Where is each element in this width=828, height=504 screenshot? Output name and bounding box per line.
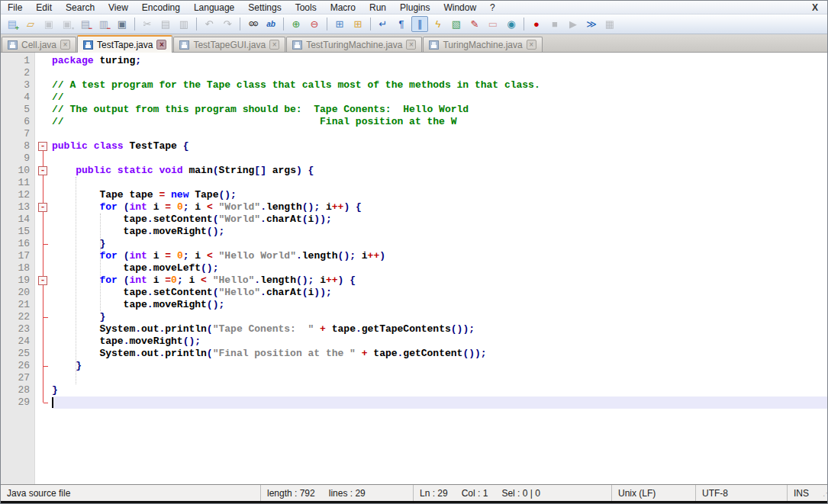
code-text[interactable]: for (int i =0; i < "Hello".length(); i++… (52, 274, 827, 287)
code-text[interactable]: } (52, 360, 827, 372)
code-line[interactable]: 29 (1, 396, 827, 409)
code-line[interactable]: 10- public static void main(String[] arg… (1, 165, 827, 177)
code-text[interactable]: Tape tape = new Tape(); (52, 189, 827, 201)
code-line[interactable]: 4// (1, 91, 827, 104)
code-text[interactable] (52, 396, 827, 409)
menu-view[interactable]: View (101, 2, 135, 14)
redo-button[interactable]: ↷ (219, 16, 236, 32)
code-text[interactable]: for (int i = 0; i < "Hello World".length… (52, 250, 827, 262)
close-button[interactable]: ▤− (77, 16, 94, 32)
code-line[interactable]: 20 tape.setContent("Hello".charAt(i)); (1, 287, 827, 299)
replace-button[interactable]: ab (263, 16, 279, 32)
save-macro-button[interactable]: ▦ (601, 16, 618, 32)
menu-help[interactable]: ? (483, 2, 502, 14)
status-encoding[interactable]: UTF-8 (695, 485, 787, 501)
print-button[interactable]: ▣ (114, 16, 130, 32)
code-line[interactable]: 21 tape.moveRight(); (1, 299, 827, 311)
record-macro-button[interactable]: ● (528, 16, 545, 32)
fold-collapse-icon[interactable]: - (38, 142, 47, 151)
code-line[interactable]: 19- for (int i =0; i < "Hello".length();… (1, 274, 827, 287)
code-text[interactable] (52, 177, 827, 189)
document-map-button[interactable]: ▧ (448, 16, 465, 32)
tab-close-icon[interactable]: × (527, 40, 536, 50)
window-close-button[interactable]: X (803, 2, 827, 13)
code-text[interactable] (52, 128, 827, 140)
status-insert-mode[interactable]: INS ⋰ (787, 485, 827, 501)
code-line[interactable]: 18 tape.moveLeft(); (1, 262, 827, 274)
zoom-out-button[interactable]: ⊖ (306, 16, 323, 32)
code-line[interactable]: 24 tape.moveRight(); (1, 335, 827, 348)
code-line[interactable]: 9 (1, 152, 827, 165)
code-line[interactable]: 14 tape.setContent("World".charAt(i)); (1, 213, 827, 226)
code-line[interactable]: 7 (1, 128, 827, 140)
code-text[interactable]: // (52, 91, 827, 104)
menu-macro[interactable]: Macro (324, 2, 362, 14)
code-text[interactable]: tape.moveLeft(); (52, 262, 827, 274)
code-line[interactable]: 8-public class TestTape { (1, 140, 827, 152)
code-text[interactable]: // The output from this program should b… (52, 104, 827, 116)
code-text[interactable] (52, 67, 827, 79)
resize-grip[interactable]: ⋰ (823, 488, 827, 498)
menu-edit[interactable]: Edit (29, 2, 59, 14)
tab-close-icon[interactable]: × (156, 40, 166, 50)
code-text[interactable]: // A test program for the Tape class tha… (52, 79, 827, 91)
tab-TestTuringMachine.java[interactable]: TestTuringMachine.java× (286, 37, 422, 52)
code-line[interactable]: 13- for (int i = 0; i < "World".length()… (1, 201, 827, 213)
code-editor[interactable]: 1package turing;23// A test program for … (1, 53, 827, 484)
code-text[interactable]: } (52, 311, 827, 323)
code-line[interactable]: 6// Final position at the W (1, 116, 827, 128)
word-wrap-button[interactable]: ↵ (375, 16, 391, 32)
fold-collapse-icon[interactable]: - (38, 166, 47, 175)
code-text[interactable]: package turing; (52, 55, 827, 67)
code-text[interactable] (52, 372, 827, 384)
stop-macro-button[interactable]: ■ (546, 16, 563, 32)
code-line[interactable]: 26 } (1, 360, 827, 372)
menu-language[interactable]: Language (187, 2, 241, 14)
code-text[interactable]: } (52, 384, 827, 396)
tab-TestTapeGUI.java[interactable]: TestTapeGUI.java× (173, 37, 285, 52)
menu-run[interactable]: Run (362, 2, 393, 14)
fold-collapse-icon[interactable]: - (38, 276, 47, 285)
code-line[interactable]: 28} (1, 384, 827, 396)
menu-encoding[interactable]: Encoding (135, 2, 187, 14)
undo-button[interactable]: ↶ (201, 16, 217, 32)
sync-vertical-scroll-button[interactable]: ⊞ (331, 16, 348, 32)
code-text[interactable]: tape.moveRight(); (52, 335, 827, 348)
open-folder-button[interactable]: ▱ (22, 16, 39, 32)
monitoring-button[interactable]: ◉ (503, 16, 520, 32)
function-list-button[interactable]: ✎ (466, 16, 483, 32)
code-line[interactable]: 22 } (1, 311, 827, 323)
save-all-button[interactable]: ▣▪ (59, 16, 76, 32)
copy-button[interactable]: ▤ (157, 16, 174, 32)
tab-TuringMachine.java[interactable]: TuringMachine.java× (423, 37, 542, 52)
code-text[interactable]: public class TestTape { (52, 140, 827, 152)
menu-search[interactable]: Search (59, 2, 101, 14)
code-text[interactable]: } (52, 238, 827, 250)
tab-close-icon[interactable]: × (406, 40, 416, 50)
play-macro-button[interactable]: ▶ (565, 16, 582, 32)
status-eol-format[interactable]: Unix (LF) (611, 485, 695, 501)
folder-as-workspace-button[interactable]: ▭ (485, 16, 501, 32)
tab-close-icon[interactable]: × (60, 40, 70, 50)
run-macro-multiple-button[interactable]: ≫ (583, 16, 600, 32)
code-line[interactable]: 15 tape.moveRight(); (1, 226, 827, 238)
menu-file[interactable]: File (1, 2, 29, 14)
menu-tools[interactable]: Tools (288, 2, 324, 14)
code-line[interactable]: 1package turing; (1, 55, 827, 67)
code-text[interactable]: System.out.println("Final position at th… (52, 348, 827, 360)
code-text[interactable]: tape.moveRight(); (52, 299, 827, 311)
code-text[interactable]: for (int i = 0; i < "World".length(); i+… (52, 201, 827, 213)
code-line[interactable]: 16 } (1, 238, 827, 250)
code-text[interactable] (52, 152, 827, 165)
code-line[interactable]: 5// The output from this program should … (1, 104, 827, 116)
save-button[interactable]: ▣ (40, 16, 57, 32)
code-text[interactable]: public static void main(String[] args) { (52, 165, 827, 177)
code-line[interactable]: 17 for (int i = 0; i < "Hello World".len… (1, 250, 827, 262)
tab-TestTape.java[interactable]: TestTape.java× (77, 35, 172, 53)
close-all-button[interactable]: ▥− (95, 16, 112, 32)
code-line[interactable]: 27 (1, 372, 827, 384)
code-text[interactable]: tape.moveRight(); (52, 226, 827, 238)
show-all-characters-button[interactable]: ¶ (393, 16, 410, 32)
code-text[interactable]: tape.setContent("Hello".charAt(i)); (52, 287, 827, 299)
menu-plugins[interactable]: Plugins (393, 2, 437, 14)
